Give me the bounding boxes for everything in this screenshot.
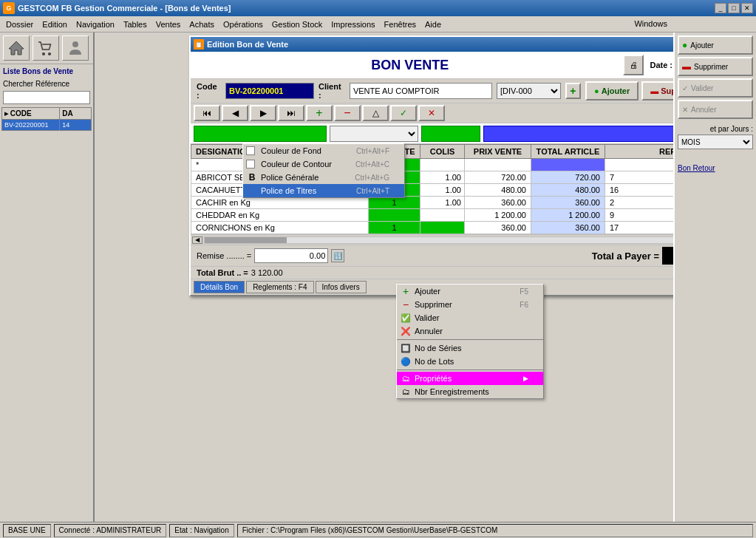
menu-operations[interactable]: Opérations	[219, 18, 268, 30]
grid-header-code: ▸ CODE	[2, 108, 60, 119]
nav-last-button[interactable]: ⏭	[278, 105, 304, 121]
remise-calc-button[interactable]: 🔢	[331, 249, 344, 262]
tab-reglements[interactable]: Reglements : F4	[246, 281, 313, 293]
remise-input[interactable]	[254, 248, 328, 263]
tab-details-bon[interactable]: Détails Bon	[194, 281, 245, 293]
svg-point-3	[72, 41, 78, 47]
sub-police-titres[interactable]: Police de Titres Ctrl+Alt+T	[243, 184, 404, 197]
right-ajouter-button[interactable]: ● Ajouter	[678, 35, 753, 55]
search-label: Chercher Référence	[0, 78, 93, 89]
home-button[interactable]	[3, 35, 30, 61]
maximize-button[interactable]: □	[728, 3, 740, 13]
nav-check-button[interactable]: ✓	[390, 105, 417, 121]
menu-fenetres[interactable]: Fenêtres	[380, 18, 420, 30]
nav-prev-button[interactable]: ◀	[222, 105, 248, 121]
minimize-button[interactable]: _	[715, 3, 726, 13]
menu-achats[interactable]: Achats	[185, 18, 219, 30]
right-valider-button[interactable]: ✓ Valider	[678, 78, 753, 98]
ctx-annuler[interactable]: ❌ Annuler	[397, 324, 543, 338]
status-base: BASE UNE	[3, 524, 51, 537]
ctx-no-series[interactable]: 🔲 No de Séries	[397, 341, 543, 355]
ctx-ajouter[interactable]: + Ajouter F5	[397, 285, 543, 298]
nav-del-button[interactable]: −	[334, 105, 361, 121]
sub-couleur-contour[interactable]: Couleur de Contour Ctrl+Alt+C	[243, 157, 404, 171]
h-scrollbar[interactable]: ◀ ▶	[191, 234, 673, 245]
ctx-valider[interactable]: ✅ Valider	[397, 311, 543, 324]
form-title-bar: 📋 Edition Bon de Vente _ □ ✕	[191, 37, 673, 52]
nav-add-button[interactable]: +	[306, 105, 333, 121]
svg-marker-0	[9, 41, 24, 55]
col-prix-vente: PRIX VENTE	[465, 145, 531, 159]
menu-navigation[interactable]: Navigation	[72, 18, 119, 30]
client-input[interactable]	[350, 83, 492, 99]
left-grid-row[interactable]: BV-202200001 14	[1, 120, 92, 131]
ctx-separator-1	[397, 339, 543, 340]
nav-first-button[interactable]: ⏮	[194, 105, 220, 121]
lots-icon: 🔵	[400, 355, 412, 367]
table-row[interactable]: CHEDDAR en Kg 1 200.00 1 200.00 9	[191, 209, 674, 222]
filter-green-2	[421, 126, 480, 142]
right-supprimer-button[interactable]: ▬ Supprimer	[678, 57, 753, 76]
props-icon: 🗂	[400, 372, 412, 384]
ctx-supprimer[interactable]: − Supprimer F6	[397, 298, 543, 311]
menu-ventes[interactable]: Ventes	[151, 18, 185, 30]
code-label: Code :	[197, 82, 221, 100]
h-scroll-thumb[interactable]	[205, 237, 287, 243]
close-button[interactable]: ✕	[741, 3, 753, 13]
bon-retour-link[interactable]: Bon Retour	[678, 164, 753, 172]
delete-icon: −	[400, 299, 412, 310]
left-panel: Liste Bons de Vente Chercher Référence ▸…	[0, 33, 95, 522]
right-annuler-button[interactable]: ✕ Annuler	[678, 100, 753, 119]
left-grid: ▸ CODE DA BV-202200001 14	[1, 107, 92, 131]
person-button[interactable]	[62, 35, 89, 61]
nav-up-button[interactable]: △	[362, 105, 389, 121]
plus-button[interactable]: +	[565, 83, 581, 99]
filter-dropdown[interactable]	[330, 126, 418, 142]
div-select[interactable]: [DIV-000	[497, 83, 561, 99]
col-colis: COLIS	[420, 145, 465, 159]
context-menu: + Ajouter F5 − Supprimer F6 ✅ Valider ❌ …	[396, 284, 544, 399]
total-brut-label: Total Brut .. =	[197, 268, 248, 277]
client-label: Client :	[319, 82, 345, 100]
couleur-contour-icon	[246, 160, 255, 168]
ctx-separator-2	[397, 370, 543, 370]
grid-header-date: DA	[60, 108, 91, 119]
nav-next-button[interactable]: ▶	[250, 105, 276, 121]
menu-gestion-stock[interactable]: Gestion Stock	[268, 18, 327, 30]
table-row[interactable]: CACHIR en Kg 1 1.00 360.00 360.00 2	[191, 197, 674, 209]
total-payer-label: Total a Payer =	[592, 251, 659, 262]
code-input[interactable]	[225, 83, 314, 99]
menu-dossier[interactable]: Dossier	[1, 18, 38, 30]
sub-police-generale[interactable]: B Police Générale Ctrl+Alt+G	[243, 171, 404, 184]
nav-cancel-button[interactable]: ✕	[418, 105, 445, 121]
search-input[interactable]	[3, 91, 90, 104]
menu-edition[interactable]: Edition	[38, 18, 72, 30]
ctx-no-lots[interactable]: 🔵 No de Lots	[397, 355, 543, 368]
title-bar-text: GESTCOM FB Gestion Commerciale - [Bons d…	[18, 4, 231, 13]
total-payer-value: 3 120.00	[662, 247, 673, 265]
sub-couleur-fond[interactable]: Couleur de Fond Ctrl+Alt+F	[243, 144, 404, 157]
menu-tables[interactable]: Tables	[119, 18, 151, 30]
h-scroll-track	[204, 236, 673, 244]
police-titres-icon	[246, 185, 258, 197]
series-icon: 🔲	[400, 342, 412, 354]
ajouter-button[interactable]: ● Ajouter	[585, 81, 638, 101]
bon-vente-title: BON VENTE	[197, 58, 623, 73]
tab-infos-divers[interactable]: Infos divers	[316, 281, 367, 293]
mois-select[interactable]: MOIS	[678, 134, 753, 149]
status-state: Etat : Navigation	[169, 524, 234, 537]
status-file: Fichier : C:\Program Files (x86)\GESTCOM…	[237, 524, 753, 537]
status-bar: BASE UNE Connecté : ADMINISTRATEUR Etat …	[0, 522, 756, 538]
ctx-nbr-enreg[interactable]: 🗂 Nbr Enregistrements	[397, 385, 543, 398]
col-reference: REFERENCE	[605, 145, 674, 159]
couleur-fond-icon	[246, 146, 255, 155]
menu-aide[interactable]: Aide	[420, 18, 446, 30]
cart-button[interactable]	[33, 35, 59, 61]
right-panel: ● Ajouter ▬ Supprimer ✓ Valider ✕ Annule…	[673, 33, 756, 522]
remise-label: Remise ........ =	[197, 251, 251, 260]
print-button[interactable]: 🖨	[623, 55, 644, 75]
table-row[interactable]: CORNICHONS en Kg 1 360.00 360.00 17	[191, 222, 674, 234]
supprimer-button[interactable]: ▬ Supprimer	[641, 81, 673, 101]
ctx-proprietes[interactable]: 🗂 Propriétés ▶	[397, 372, 543, 385]
menu-impressions[interactable]: Impressions	[327, 18, 379, 30]
